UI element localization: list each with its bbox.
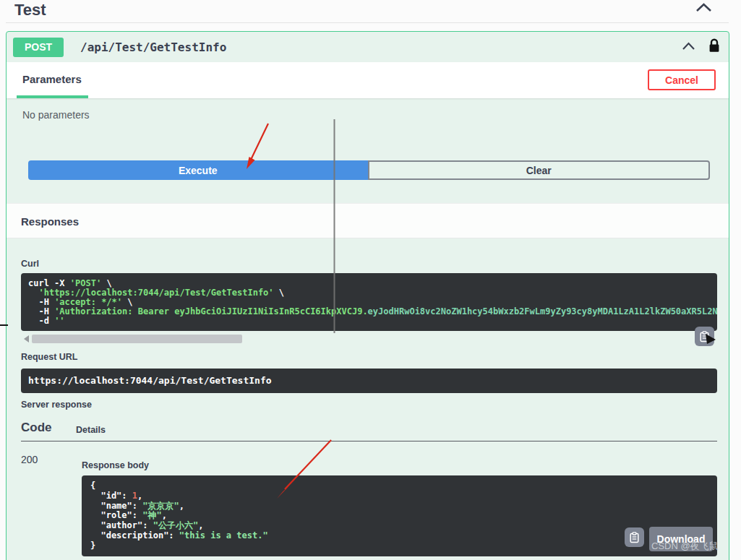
active-tab-underline (17, 95, 88, 98)
lock-icon (708, 38, 720, 53)
authorize-lock-button[interactable] (708, 38, 720, 56)
server-response-heading: Server response (21, 400, 92, 410)
response-body-label: Response body (82, 460, 149, 470)
section-collapse-button[interactable] (695, 2, 713, 16)
curl-label: Curl (21, 259, 39, 269)
chevron-up-icon (682, 42, 695, 51)
tab-parameters[interactable]: Parameters (22, 73, 82, 85)
curl-command-block: curl -X 'POST' \ 'https://localhost:7044… (21, 273, 717, 331)
request-url-label: Request URL (21, 352, 77, 362)
parameters-header: Parameters Cancel (7, 62, 729, 98)
swagger-page: Test POST /api/Test/GetTestInfo (0, 0, 741, 560)
clipboard-copy-icon (699, 331, 710, 343)
download-button[interactable]: Download (649, 527, 713, 551)
opblock-summary[interactable]: POST /api/Test/GetTestInfo (7, 32, 729, 62)
opblock-post: POST /api/Test/GetTestInfo Parameters Ca… (6, 31, 729, 560)
chevron-up-icon (695, 2, 713, 13)
divider (6, 22, 729, 23)
clear-button[interactable]: Clear (368, 160, 711, 180)
copy-response-button[interactable] (625, 527, 644, 547)
table-divider (21, 441, 717, 441)
method-badge: POST (13, 38, 64, 57)
page-title: Test (14, 1, 46, 20)
clipboard-copy-icon (629, 532, 640, 543)
code-column-header: Code (21, 421, 52, 435)
copy-curl-button[interactable] (695, 327, 714, 346)
response-body-block: { "id": 1, "name": "京京京", "role": "神", "… (82, 475, 717, 556)
responses-header: Responses (7, 203, 729, 238)
execute-row: Execute Clear (28, 160, 710, 180)
endpoint-path: /api/Test/GetTestInfo (80, 40, 226, 54)
responses-heading: Responses (21, 215, 79, 228)
horizontal-scrollbar-thumb[interactable] (32, 335, 242, 343)
no-parameters-text: No parameters (22, 109, 90, 121)
status-code: 200 (21, 454, 38, 465)
details-column-header: Details (76, 425, 106, 435)
opblock-collapse-button[interactable] (682, 40, 695, 53)
execute-button[interactable]: Execute (28, 160, 368, 180)
scrollbar-left-arrow[interactable] (24, 335, 29, 343)
cancel-button[interactable]: Cancel (648, 69, 716, 90)
request-url-value: https://localhost:7044/api/Test/GetTestI… (21, 369, 717, 393)
